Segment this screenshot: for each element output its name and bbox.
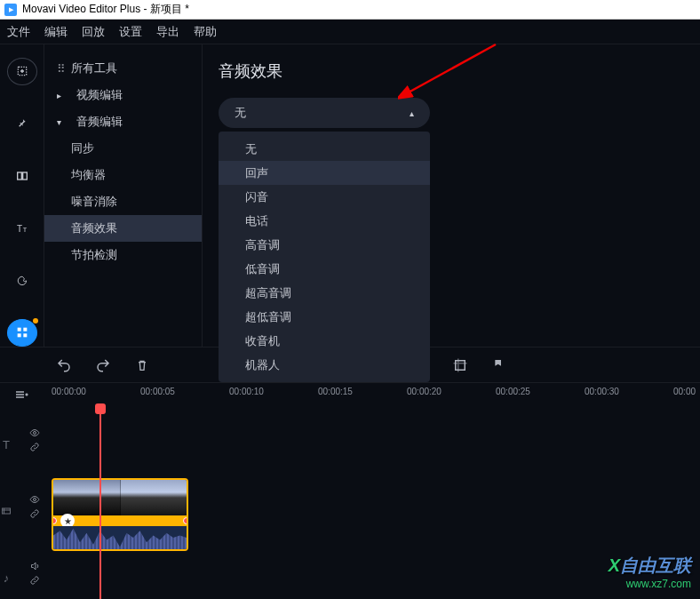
menu-edit[interactable]: 编辑 bbox=[44, 24, 68, 40]
option-echo[interactable]: 回声 bbox=[219, 161, 430, 185]
menu-file[interactable]: 文件 bbox=[7, 24, 30, 40]
time-tick: 00:00:25 bbox=[496, 387, 530, 396]
option-low-pitch[interactable]: 低音调 bbox=[219, 257, 430, 281]
option-phone[interactable]: 电话 bbox=[219, 209, 430, 233]
titles-button[interactable]: TT bbox=[7, 214, 37, 242]
sidebar-video-edit[interactable]: ▸ 视频编辑 bbox=[44, 82, 202, 108]
option-radio[interactable]: 收音机 bbox=[219, 329, 430, 353]
link-icon[interactable] bbox=[29, 442, 40, 452]
option-ultra-low[interactable]: 超低音调 bbox=[219, 305, 430, 329]
option-high-pitch[interactable]: 高音调 bbox=[219, 233, 430, 257]
time-tick: 00:00 bbox=[673, 387, 696, 396]
svg-point-14 bbox=[34, 432, 36, 435]
time-tick: 00:00:05 bbox=[140, 387, 175, 396]
add-track-button[interactable] bbox=[13, 387, 29, 405]
chevron-down-icon: ▾ bbox=[57, 117, 69, 127]
speaker-icon[interactable] bbox=[29, 561, 40, 571]
clip-waveform bbox=[53, 526, 187, 549]
sidebar-audio-effects[interactable]: 音频效果 bbox=[44, 215, 202, 242]
undo-button[interactable] bbox=[53, 357, 75, 373]
window-title: Movavi Video Editor Plus - 新项目 * bbox=[22, 2, 189, 17]
panel-title: 音频效果 bbox=[219, 60, 684, 82]
clip-handle-right[interactable] bbox=[183, 517, 188, 524]
sidebar-label: 同步 bbox=[71, 140, 94, 156]
eye-icon[interactable] bbox=[29, 494, 40, 505]
link-icon[interactable] bbox=[29, 575, 40, 586]
transitions-button[interactable] bbox=[7, 163, 37, 190]
main-area: TT ⠿ 所有工具 ▸ 视频编辑 ▾ 音频编辑 同步 均衡器 噪音消除 bbox=[0, 44, 700, 347]
svg-rect-15 bbox=[3, 508, 11, 514]
time-tick: 00:00:30 bbox=[585, 387, 619, 396]
app-icon bbox=[4, 4, 17, 16]
option-ultra-high[interactable]: 超高音调 bbox=[219, 281, 430, 305]
option-flash[interactable]: 闪音 bbox=[219, 185, 430, 209]
add-media-button[interactable] bbox=[7, 58, 37, 85]
time-tick: 00:00:10 bbox=[229, 387, 264, 396]
clip-thumbnail bbox=[53, 480, 187, 515]
sidebar-equalizer[interactable]: 均衡器 bbox=[44, 162, 202, 188]
audio-track-controls bbox=[12, 555, 57, 591]
effect-dropdown-list: 无 回声 闪音 电话 高音调 低音调 超高音调 超低音调 收音机 机器人 bbox=[219, 132, 430, 382]
menu-settings[interactable]: 设置 bbox=[119, 24, 142, 40]
playhead[interactable] bbox=[99, 409, 101, 599]
svg-rect-5 bbox=[17, 328, 20, 331]
svg-rect-13 bbox=[456, 360, 465, 370]
clip-handle-left[interactable] bbox=[52, 517, 57, 524]
clip-separator: ★ bbox=[53, 515, 187, 526]
chevron-up-icon: ▴ bbox=[410, 108, 414, 118]
sidebar-label: 所有工具 bbox=[71, 60, 117, 76]
menu-export[interactable]: 导出 bbox=[156, 24, 179, 40]
grip-icon: ⠿ bbox=[57, 62, 66, 76]
eye-icon[interactable] bbox=[29, 427, 40, 438]
video-track-controls bbox=[12, 480, 57, 533]
sidebar-label: 视频编辑 bbox=[76, 87, 123, 103]
marker-button[interactable] bbox=[489, 358, 510, 372]
video-clip[interactable]: ★ bbox=[52, 478, 188, 551]
sidebar-audio-edit[interactable]: ▾ 音频编辑 bbox=[44, 108, 202, 135]
link-icon[interactable] bbox=[29, 508, 40, 519]
time-tick: 00:00:20 bbox=[407, 387, 441, 396]
effect-dropdown-wrap: 无 ▴ 无 回声 闪音 电话 高音调 低音调 超高音调 超低音调 收音机 机器人 bbox=[219, 98, 430, 128]
pin-button[interactable] bbox=[7, 110, 37, 138]
svg-text:T: T bbox=[22, 226, 27, 234]
sidebar-label: 节拍检测 bbox=[71, 247, 117, 263]
menu-playback[interactable]: 回放 bbox=[82, 24, 105, 40]
time-tick: 00:00:00 bbox=[52, 387, 86, 396]
sidebar-noise-removal[interactable]: 噪音消除 bbox=[44, 188, 202, 215]
text-track-controls bbox=[12, 422, 57, 458]
menu-help[interactable]: 帮助 bbox=[194, 24, 217, 40]
sidebar-beat-detection[interactable]: 节拍检测 bbox=[44, 242, 202, 268]
redo-button[interactable] bbox=[92, 357, 114, 373]
crop-button[interactable] bbox=[449, 357, 471, 373]
sidebar-sync[interactable]: 同步 bbox=[44, 135, 202, 162]
time-tick: 00:00:15 bbox=[318, 387, 353, 396]
svg-rect-2 bbox=[22, 172, 27, 180]
svg-rect-8 bbox=[23, 334, 27, 338]
stickers-button[interactable] bbox=[7, 267, 37, 294]
tools-sidebar: ⠿ 所有工具 ▸ 视频编辑 ▾ 音频编辑 同步 均衡器 噪音消除 音频效果 节拍… bbox=[44, 44, 203, 347]
sidebar-label: 音频编辑 bbox=[76, 114, 123, 130]
effect-dropdown[interactable]: 无 ▴ bbox=[219, 98, 430, 128]
titlebar: Movavi Video Editor Plus - 新项目 * bbox=[0, 0, 700, 20]
menubar: 文件 编辑 回放 设置 导出 帮助 bbox=[0, 20, 700, 44]
text-track-icon: T bbox=[0, 427, 12, 462]
more-tools-button[interactable] bbox=[7, 319, 37, 347]
sidebar-all-tools[interactable]: ⠿ 所有工具 bbox=[44, 55, 202, 82]
option-robot[interactable]: 机器人 bbox=[219, 353, 430, 377]
option-none[interactable]: 无 bbox=[219, 137, 430, 161]
svg-rect-6 bbox=[23, 328, 27, 331]
video-track-icon bbox=[0, 484, 12, 538]
svg-text:T: T bbox=[17, 224, 22, 234]
delete-button[interactable] bbox=[131, 358, 153, 372]
svg-rect-1 bbox=[17, 172, 21, 180]
sidebar-label: 均衡器 bbox=[71, 167, 106, 183]
audio-track-icon: ♪ bbox=[0, 560, 12, 595]
chevron-right-icon: ▸ bbox=[57, 91, 69, 100]
sidebar-label: 噪音消除 bbox=[71, 194, 117, 210]
effects-panel: 音频效果 无 ▴ 无 回声 闪音 电话 高音调 低音调 超高音调 超低音调 收音… bbox=[203, 44, 700, 347]
svg-rect-7 bbox=[17, 334, 20, 338]
dropdown-value: 无 bbox=[235, 105, 246, 121]
sidebar-label: 音频效果 bbox=[71, 220, 117, 236]
timeline-tracks: T ♪ ★ bbox=[0, 409, 700, 599]
tool-rail: TT bbox=[0, 44, 44, 347]
